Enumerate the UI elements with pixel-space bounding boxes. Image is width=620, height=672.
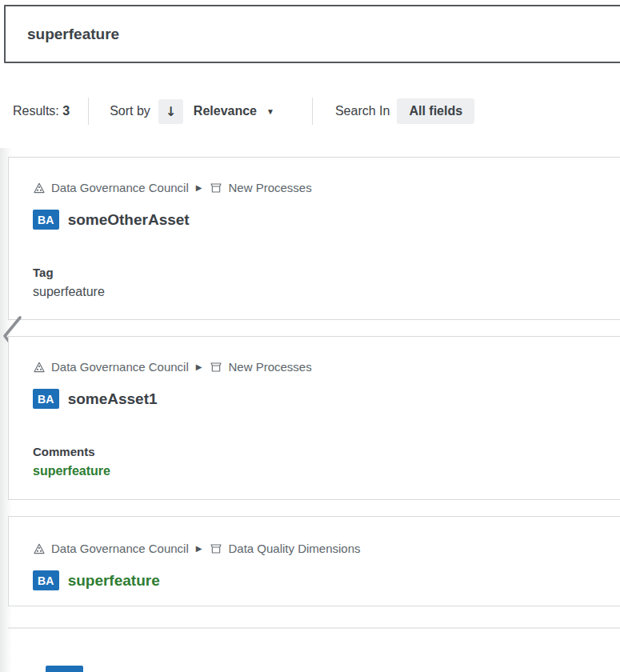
sort-descending-icon: ↓ — [166, 104, 176, 119]
chevron-down-icon: ▼ — [266, 107, 274, 116]
attribute-value: superfeature — [33, 462, 597, 479]
results-label: Results: — [13, 104, 62, 118]
search-results-page: Results: 3 Sort by ↓ Relevance ▼ Search … — [0, 0, 620, 672]
domain-icon — [210, 182, 222, 194]
search-result-card[interactable]: Data Governance Council ▶ Data Quality D… — [8, 516, 620, 606]
domain-icon — [210, 361, 222, 374]
matched-attribute: Comments superfeature — [33, 444, 597, 479]
community-icon — [33, 361, 46, 374]
breadcrumb-arrow-icon: ▶ — [196, 541, 202, 557]
breadcrumb-domain[interactable]: Data Quality Dimensions — [228, 541, 360, 557]
sort-field-value: Relevance — [194, 104, 257, 118]
breadcrumb-arrow-icon: ▶ — [196, 180, 202, 196]
asset-title-link[interactable]: someAsset1 — [68, 390, 158, 408]
domain-icon — [210, 542, 222, 555]
search-input[interactable] — [4, 5, 620, 63]
asset-title-row: BA someAsset1 — [33, 388, 597, 410]
breadcrumb-domain[interactable]: New Processes — [228, 359, 311, 375]
toolbar-divider — [312, 98, 313, 125]
sort-direction-button[interactable]: ↓ — [158, 99, 183, 124]
asset-title-row: BA superfeature — [33, 570, 597, 591]
attribute-value: superfeature — [33, 283, 597, 300]
search-result-card[interactable]: Data Governance Council ▶ New Processes … — [8, 336, 620, 500]
asset-title-row: BA someOtherAsset — [33, 209, 597, 230]
toolbar-divider — [88, 98, 89, 125]
breadcrumb: Data Governance Council ▶ New Processes — [33, 180, 597, 196]
breadcrumb-community[interactable]: Data Governance Council — [51, 359, 189, 375]
asset-type-badge: BA — [33, 389, 59, 409]
breadcrumb-domain[interactable]: New Processes — [228, 180, 311, 196]
matched-attribute: Tag superfeature — [33, 265, 597, 300]
sort-by-label: Sort by — [110, 104, 150, 118]
search-result-card[interactable]: Data Governance Council ▶ New Processes … — [8, 157, 620, 320]
breadcrumb: Data Governance Council ▶ Data Quality D… — [33, 541, 597, 557]
results-toolbar: Results: 3 Sort by ↓ Relevance ▼ Search … — [0, 94, 620, 128]
breadcrumb-community[interactable]: Data Governance Council — [51, 541, 189, 557]
community-icon — [33, 542, 46, 555]
asset-title-link[interactable]: superfeature — [68, 572, 160, 590]
attribute-label: Tag — [33, 265, 597, 280]
breadcrumb: Data Governance Council ▶ New Processes — [33, 359, 597, 375]
partial-asset-type-badge — [46, 666, 83, 672]
breadcrumb-community[interactable]: Data Governance Council — [51, 180, 189, 196]
attribute-label: Comments — [33, 444, 597, 459]
search-in-fields-button[interactable]: All fields — [397, 98, 474, 124]
breadcrumb-arrow-icon: ▶ — [196, 359, 202, 375]
results-count: Results: 3 — [13, 104, 70, 118]
results-count-value: 3 — [62, 104, 70, 118]
community-icon — [33, 182, 46, 194]
sort-field-dropdown[interactable]: Relevance ▼ — [194, 104, 274, 118]
asset-type-badge: BA — [33, 210, 59, 230]
asset-type-badge: BA — [33, 570, 59, 590]
section-divider — [8, 627, 620, 629]
asset-title-link[interactable]: someOtherAsset — [68, 211, 190, 229]
search-in-label: Search In — [335, 104, 390, 118]
